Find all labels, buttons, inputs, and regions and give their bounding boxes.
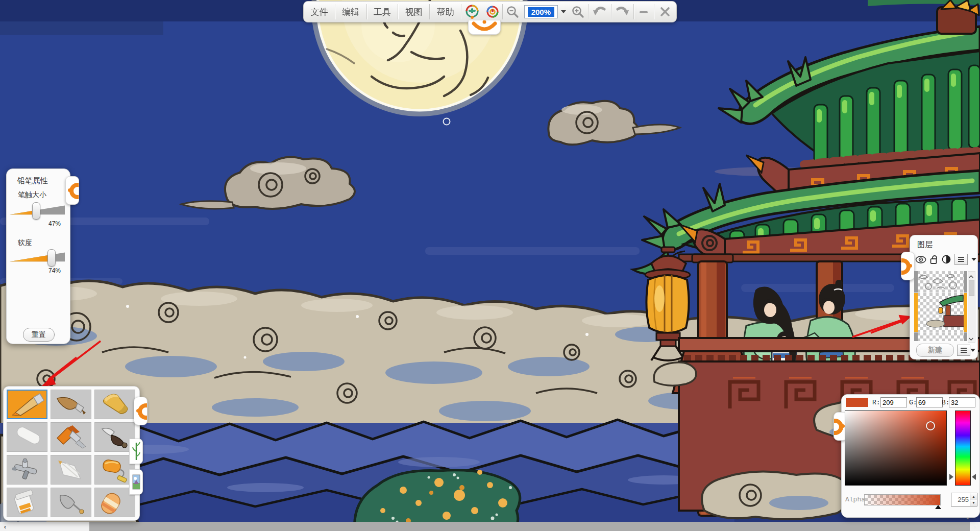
app-window: 文件 编辑 工具 视图 帮助 200% 铅笔属性 笔触大小 47% 软度	[0, 0, 980, 531]
tool-palette-knife[interactable]	[51, 488, 91, 517]
magnifier-minus-icon	[506, 5, 520, 19]
layer-item-lineart[interactable]	[914, 271, 967, 293]
active-tool-tab	[468, 20, 501, 35]
panel-drag-handle[interactable]	[65, 176, 79, 205]
close-button[interactable]	[654, 2, 676, 22]
current-color-swatch	[846, 398, 868, 407]
clown-smile-icon	[469, 20, 500, 34]
magnifier-plus-icon	[571, 5, 585, 19]
minimize-icon	[639, 7, 649, 17]
canvas-artwork[interactable]	[0, 0, 980, 531]
horizontal-scrollbar[interactable]: ‹ ›	[0, 522, 980, 531]
layer-menu-button[interactable]	[954, 254, 968, 265]
color-picker-panel: R: G: B: Alpha ▲▼	[841, 394, 980, 518]
zoom-level-field[interactable]: 200%	[524, 5, 558, 18]
redo-button[interactable]	[611, 2, 633, 22]
g-input[interactable]	[916, 397, 943, 407]
softness-slider[interactable]	[9, 249, 66, 267]
scroll-left-arrow[interactable]: ‹	[0, 522, 10, 531]
scroll-up-icon	[968, 275, 974, 279]
brush-size-slider-handle[interactable]	[32, 202, 40, 220]
menu-view[interactable]: 视图	[398, 2, 429, 22]
tool-wedge-brush[interactable]	[51, 455, 91, 485]
hue-strip[interactable]	[955, 411, 971, 486]
menu-edit[interactable]: 编辑	[335, 2, 366, 22]
layer-item-partial[interactable]	[914, 332, 967, 341]
layer-menu-caret[interactable]	[971, 258, 976, 261]
tool-crayon[interactable]	[94, 390, 135, 419]
undo-arrow-icon	[592, 4, 607, 19]
panel-drag-handle[interactable]	[901, 252, 915, 280]
sv-cursor[interactable]	[926, 421, 935, 430]
hue-marker-left[interactable]	[949, 474, 953, 480]
brush-size-slider[interactable]	[9, 202, 66, 220]
color-swirl-icon[interactable]	[482, 2, 502, 22]
horizontal-scrollbar-thumb[interactable]	[89, 522, 970, 531]
redo-arrow-icon	[615, 4, 630, 19]
pencil-properties-panel: 铅笔属性 笔触大小 47% 软度 74% 重置	[6, 168, 70, 344]
zoom-level-value: 200%	[528, 7, 554, 17]
eye-icon[interactable]	[915, 256, 926, 263]
zoom-out-button[interactable]	[503, 2, 523, 22]
picture-stamps-tab[interactable]	[129, 469, 143, 495]
scroll-down-icon	[968, 337, 974, 341]
panel-title: 铅笔属性	[17, 176, 70, 186]
softness-slider-handle[interactable]	[47, 249, 56, 267]
layer-options-button[interactable]	[957, 345, 970, 356]
brush-size-label: 笔触大小	[18, 190, 46, 200]
r-input[interactable]	[880, 397, 907, 407]
tool-paint-jar[interactable]	[7, 488, 47, 517]
hue-marker-right[interactable]	[972, 474, 976, 480]
contrast-icon[interactable]	[942, 255, 951, 264]
panel-drag-handle[interactable]	[134, 397, 148, 425]
scroll-right-arrow[interactable]: ›	[970, 522, 980, 531]
softness-label: 软度	[18, 238, 32, 248]
softness-value: 74%	[48, 267, 61, 274]
alpha-down-button[interactable]: ▼	[970, 500, 977, 506]
undo-button[interactable]	[589, 2, 610, 22]
clown-face-icon[interactable]	[461, 2, 482, 22]
menu-file[interactable]: 文件	[304, 2, 335, 22]
tool-grid	[7, 390, 135, 517]
b-input[interactable]	[949, 397, 975, 407]
tool-airbrush[interactable]	[7, 455, 47, 485]
layer-options-caret[interactable]	[970, 349, 975, 352]
layer-item-scene-selected[interactable]	[914, 293, 967, 332]
landscape-icon	[132, 472, 140, 492]
alpha-label: Alpha	[845, 496, 865, 503]
tool-pencil[interactable]	[7, 390, 47, 419]
layer-list-scrollbar[interactable]	[968, 271, 975, 343]
layer-list	[914, 271, 967, 342]
bamboo-brushes-tab[interactable]	[129, 439, 143, 464]
tool-wooden-pen[interactable]	[51, 390, 91, 419]
new-layer-button[interactable]: 新建	[916, 344, 954, 357]
menu-icon	[958, 256, 965, 262]
layers-panel-title: 图层	[917, 240, 977, 250]
alpha-slider[interactable]	[864, 494, 941, 505]
close-icon	[660, 7, 670, 17]
brush-size-value: 47%	[48, 220, 61, 227]
main-toolbar: 文件 编辑 工具 视图 帮助 200%	[303, 1, 677, 22]
menu-icon	[960, 347, 967, 353]
tool-flat-brush[interactable]	[51, 422, 91, 452]
alpha-value-input[interactable]	[951, 493, 970, 506]
alpha-marker[interactable]	[935, 505, 941, 509]
bamboo-icon	[132, 441, 140, 462]
layers-panel: 图层 新建	[910, 235, 978, 359]
alpha-up-button[interactable]: ▲	[970, 493, 977, 500]
zoom-dropdown-caret[interactable]	[561, 10, 566, 13]
minimize-button[interactable]	[634, 2, 654, 22]
alpha-spinner: ▲▼	[951, 493, 977, 506]
menu-help[interactable]: 帮助	[430, 2, 461, 22]
tool-chalk[interactable]	[7, 422, 47, 452]
zoom-in-button[interactable]	[568, 2, 588, 22]
unlock-icon[interactable]	[930, 255, 938, 264]
reset-button[interactable]: 重置	[23, 328, 55, 342]
tool-palette-panel	[3, 386, 140, 521]
saturation-value-square[interactable]	[845, 411, 947, 486]
menu-tools[interactable]: 工具	[367, 2, 398, 22]
r-label: R:	[872, 399, 880, 406]
